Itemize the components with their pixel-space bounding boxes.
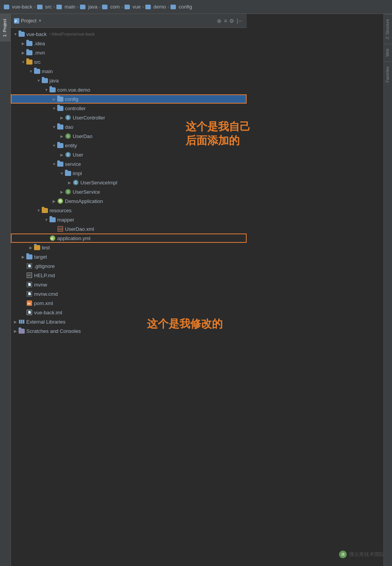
breadcrumb-item-3[interactable]: main xyxy=(56,4,75,10)
tree-item-root[interactable]: ▼ vue-back ~/IdeaProjects/vue-back xyxy=(11,29,247,39)
side-tabs: 1: Project xyxy=(0,14,11,566)
tree-item-pom[interactable]: m pom.xml xyxy=(11,298,247,308)
folder-icon-resources xyxy=(42,207,48,213)
breadcrumb-item-2[interactable]: src xyxy=(37,4,52,10)
breadcrumb-item-1[interactable]: vue-back xyxy=(4,4,32,10)
sidebar-item-structure[interactable]: Z: Structure xyxy=(384,14,392,44)
tree-item-config[interactable]: ▶ config xyxy=(11,94,247,104)
tree-item-dao[interactable]: ▼ dao xyxy=(11,122,247,131)
breadcrumb-item-7[interactable]: demo xyxy=(145,4,166,10)
tree-item-service[interactable]: ▼ service xyxy=(11,159,247,169)
expand-icon-target: ▶ xyxy=(20,255,26,259)
iml-icon: 📄 xyxy=(26,309,32,315)
expand-icon-mvn: ▶ xyxy=(20,51,26,55)
tree-item-main[interactable]: ▼ main xyxy=(11,66,247,76)
class-icon-usi: C xyxy=(73,179,79,186)
expand-icon-extlibs: ▶ xyxy=(12,320,19,324)
folder-icon-mapper xyxy=(49,217,56,223)
collapse-icon[interactable]: ≡ xyxy=(224,18,227,24)
breadcrumb-item-6[interactable]: vue xyxy=(124,4,141,10)
sidebar-item-web[interactable]: Web xyxy=(384,44,392,61)
tree-item-iml[interactable]: 📄 vue-back.iml xyxy=(11,308,247,317)
folder-icon-main xyxy=(34,68,40,74)
sidebar-item-project[interactable]: 1: Project xyxy=(0,14,10,41)
tree-item-application-yml[interactable]: ⚙ application.yml xyxy=(11,234,247,243)
tree-item-mvn[interactable]: ▶ .mvn xyxy=(11,48,247,57)
folder-icon-test xyxy=(34,244,40,251)
right-side-tabs: Z: Structure Web Favorites xyxy=(383,14,392,566)
tree-item-external-libs[interactable]: ▶ External Libraries xyxy=(11,317,247,326)
folder-icon-controller xyxy=(57,105,63,111)
watermark-logo: 搜 xyxy=(339,551,347,558)
tree-item-resources[interactable]: ▼ resources xyxy=(11,206,247,215)
file-icon-mvnwcmd: 📄 xyxy=(26,291,32,297)
project-toolbar: P Project ▼ ⊕ ≡ ⚙ |← xyxy=(11,14,247,28)
breadcrumb-sep-5: › xyxy=(121,4,123,10)
pin-icon[interactable]: |← xyxy=(237,18,244,24)
interface-icon-us: I xyxy=(65,189,71,195)
tree-item-src[interactable]: ▼ src xyxy=(11,57,247,66)
pom-icon: m xyxy=(26,300,32,306)
folder-icon-target xyxy=(26,254,32,260)
folder-icon xyxy=(19,31,25,37)
breadcrumb-sep-2: › xyxy=(53,4,55,10)
scratches-icon xyxy=(19,328,25,334)
library-icon xyxy=(19,319,25,325)
tree-item-demoapplication[interactable]: ▶ ⚙ DemoApplication xyxy=(11,196,247,206)
project-icon: P xyxy=(14,18,19,24)
project-toolbar-title[interactable]: P Project ▼ xyxy=(14,18,42,24)
breadcrumb-item-8[interactable]: config xyxy=(170,4,192,10)
expand-icon-test: ▶ xyxy=(28,245,34,250)
breadcrumb-item-5[interactable]: com xyxy=(102,4,120,10)
tree-item-userdao[interactable]: ▶ I UserDao xyxy=(11,131,247,141)
breadcrumb-sep-6: › xyxy=(142,4,144,10)
tree-item-test[interactable]: ▶ test xyxy=(11,243,247,252)
folder-icon-dao xyxy=(57,124,63,130)
file-icon-git: 📄 xyxy=(26,263,32,269)
folder-icon-idea xyxy=(26,40,32,46)
tree-item-target[interactable]: ▶ target xyxy=(11,252,247,261)
settings-icon[interactable]: ⚙ xyxy=(229,18,234,24)
tree-item-java[interactable]: ▼ java xyxy=(11,76,247,85)
sidebar-item-favorites[interactable]: Favorites xyxy=(384,61,392,87)
tree-item-controller[interactable]: ▼ controller xyxy=(11,104,247,113)
svg-rect-7 xyxy=(21,320,22,324)
right-panel xyxy=(247,14,383,566)
expand-icon-uc: ▶ xyxy=(59,116,65,120)
tree-item-userservice[interactable]: ▶ I UserService xyxy=(11,187,247,196)
expand-icon-impl: ▼ xyxy=(59,171,65,176)
tree-item-idea[interactable]: ▶ .idea xyxy=(11,39,247,48)
xml-icon: xml xyxy=(57,226,63,232)
expand-icon-idea: ▶ xyxy=(20,41,26,46)
tree-item-com-vue-demo[interactable]: ▼ com.vue.demo xyxy=(11,85,247,94)
file-tree: ▼ vue-back ~/IdeaProjects/vue-back ▶ .id… xyxy=(11,28,247,566)
folder-icon-service xyxy=(57,161,63,167)
tree-item-help-md[interactable]: MD HELP.md xyxy=(11,271,247,280)
watermark: 搜 搜云库技术团队 xyxy=(339,551,384,558)
breadcrumb-item-4[interactable]: java xyxy=(80,4,97,10)
tree-item-userdao-xml[interactable]: xml UserDao.xml xyxy=(11,224,247,234)
application-yml-file-icon: ⚙ xyxy=(49,235,56,241)
tree-item-impl[interactable]: ▼ impl xyxy=(11,169,247,178)
tree-item-gitignore[interactable]: 📄 .gitignore xyxy=(11,261,247,271)
breadcrumb-sep: › xyxy=(34,4,36,10)
folder-icon-java xyxy=(42,77,48,84)
toolbar-icons: ⊕ ≡ ⚙ |← xyxy=(217,18,244,24)
expand-icon-da: ▶ xyxy=(51,199,57,203)
tree-item-user[interactable]: ▶ C User xyxy=(11,150,247,159)
expand-icon-src: ▼ xyxy=(20,60,26,64)
expand-icon-scratches: ▶ xyxy=(12,329,19,333)
tree-item-scratches[interactable]: ▶ Scratches and Consoles xyxy=(11,326,247,336)
expand-icon-ud: ▶ xyxy=(59,134,65,138)
tree-item-mvnw[interactable]: 📄 mvnw xyxy=(11,280,247,289)
locate-icon[interactable]: ⊕ xyxy=(217,18,222,24)
class-icon-user: C xyxy=(65,152,71,158)
tree-item-userserviceimpl[interactable]: ▶ C UserServiceImpl xyxy=(11,178,247,187)
tree-item-mapper[interactable]: ▼ mapper xyxy=(11,215,247,224)
spring-icon-da: ⚙ xyxy=(57,198,63,204)
tree-item-usercontroller[interactable]: ▶ C UserController xyxy=(11,113,247,122)
tree-item-mvnw-cmd[interactable]: 📄 mvnw.cmd xyxy=(11,289,247,298)
expand-icon: ▼ xyxy=(12,32,19,36)
svg-text:m: m xyxy=(27,302,31,305)
tree-item-entity[interactable]: ▼ entity xyxy=(11,141,247,150)
